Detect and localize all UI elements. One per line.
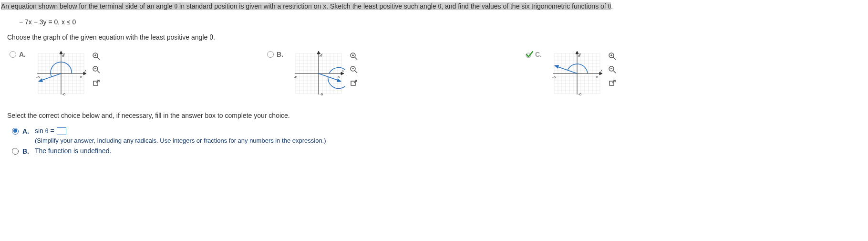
- zoom-in-icon[interactable]: [349, 52, 359, 61]
- svg-line-39: [97, 57, 100, 60]
- popout-icon[interactable]: [608, 78, 617, 88]
- svg-text:6: 6: [596, 75, 599, 79]
- svg-text:-6: -6: [578, 92, 582, 96]
- svg-text:6: 6: [338, 75, 340, 79]
- stmt-part: , and find the values of the six trigono…: [441, 2, 608, 10]
- choose-graph-instruction: Choose the graph of the given equation w…: [0, 30, 868, 45]
- svg-text:-6: -6: [36, 75, 40, 79]
- graph-choices: A. y x 6 -6 6 -6: [0, 45, 868, 102]
- answer-b-text: The function is undefined.: [35, 147, 111, 155]
- stmt-part: .: [611, 2, 613, 10]
- answer-a-simplify: (Simplify your answer, including any rad…: [35, 137, 326, 144]
- zoom-in-icon[interactable]: [92, 52, 101, 61]
- problem-statement: An equation shown below for the terminal…: [0, 0, 868, 14]
- svg-text:6: 6: [80, 75, 83, 79]
- svg-text:-6: -6: [552, 75, 556, 79]
- svg-text:6: 6: [578, 54, 580, 58]
- choice-c-label: C.: [535, 51, 542, 58]
- choice-c[interactable]: C. y x 6 -6 6 -6: [525, 50, 782, 97]
- popout-icon[interactable]: [349, 78, 359, 88]
- answer-a[interactable]: A. sin θ = (Simplify your answer, includ…: [12, 127, 868, 144]
- fill-instruction: Select the correct choice below and, if …: [0, 102, 868, 124]
- zoom-in-icon[interactable]: [608, 52, 617, 61]
- choice-b[interactable]: B. y x 6 -6 6 -6: [267, 50, 525, 97]
- radio-a[interactable]: [10, 51, 16, 58]
- radio-answer-a[interactable]: [12, 128, 19, 135]
- svg-text:6: 6: [62, 54, 64, 58]
- answer-b[interactable]: B. The function is undefined.: [12, 147, 868, 155]
- answer-input[interactable]: [57, 127, 66, 135]
- svg-text:x: x: [84, 68, 86, 73]
- zoom-out-icon[interactable]: [92, 65, 101, 74]
- zoom-out-icon[interactable]: [349, 65, 359, 74]
- graph-b: y x 6 -6 6 -6: [292, 50, 345, 97]
- answer-a-label: A.: [22, 127, 31, 135]
- answer-b-label: B.: [22, 147, 31, 155]
- graph-a: y x 6 -6 6 -6: [34, 50, 88, 97]
- svg-text:-6: -6: [294, 75, 298, 79]
- correct-check-icon[interactable]: [525, 51, 532, 58]
- theta-symbol: θ: [45, 127, 49, 135]
- answer-choices: A. sin θ = (Simplify your answer, includ…: [0, 124, 868, 155]
- svg-line-86: [355, 57, 357, 60]
- svg-text:6: 6: [320, 54, 322, 58]
- graph-c: y x 6 -6 6 -6: [550, 50, 604, 97]
- svg-line-90: [355, 71, 357, 73]
- radio-answer-b[interactable]: [12, 148, 19, 155]
- zoom-out-icon[interactable]: [608, 65, 617, 74]
- equation: − 7x − 3y = 0, x ≤ 0: [0, 14, 868, 30]
- svg-line-131: [555, 66, 577, 73]
- svg-text:-6: -6: [320, 92, 323, 96]
- popout-icon[interactable]: [92, 78, 101, 88]
- svg-line-134: [613, 57, 616, 60]
- svg-line-43: [97, 71, 100, 73]
- answer-a-prefix: sin: [35, 127, 45, 135]
- stmt-part: An equation shown below for the terminal…: [1, 2, 174, 10]
- radio-b[interactable]: [267, 51, 274, 58]
- svg-text:-6: -6: [62, 92, 66, 96]
- choice-a[interactable]: A. y x 6 -6 6 -6: [10, 50, 267, 97]
- svg-line-138: [613, 71, 616, 73]
- answer-a-eq: =: [49, 127, 56, 135]
- svg-text:x: x: [600, 68, 602, 73]
- choice-a-label: A.: [19, 51, 26, 58]
- stmt-part: in standard position is given with a res…: [177, 2, 438, 10]
- choice-b-label: B.: [277, 51, 283, 58]
